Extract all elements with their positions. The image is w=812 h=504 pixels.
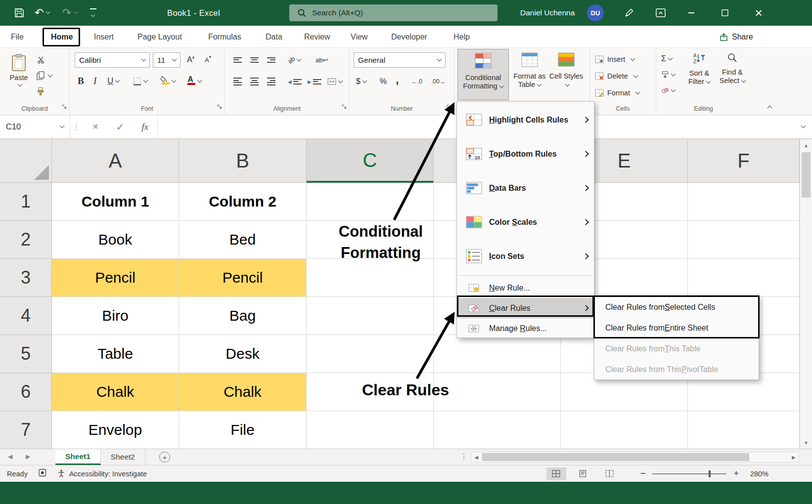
customize-quick-access-button[interactable] <box>90 8 96 19</box>
align-left-button[interactable] <box>231 74 244 89</box>
dialog-launcher-icon[interactable] <box>342 102 347 111</box>
zoom-slider-thumb[interactable] <box>709 470 711 477</box>
font-name-select[interactable]: Calibri <box>75 52 150 68</box>
font-size-select[interactable]: 11 <box>153 52 180 68</box>
menu-item-highlight-cells-rules[interactable]: Highlight Cells Rules <box>457 103 594 137</box>
cell-A5[interactable]: Table <box>52 335 179 373</box>
cell-D7[interactable] <box>434 411 561 449</box>
menu-item-top-bottom-rules[interactable]: 10Top/Bottom Rules <box>457 137 594 171</box>
cell-styles-button[interactable]: Cell Styles <box>548 49 584 100</box>
tab-help[interactable]: Help <box>453 26 470 48</box>
cell-B5[interactable]: Desk <box>179 335 307 373</box>
align-center-button[interactable] <box>248 74 261 89</box>
macro-record-button[interactable] <box>39 469 46 478</box>
conditional-formatting-button[interactable]: Conditional Formatting <box>457 49 509 100</box>
number-format-select[interactable]: General <box>354 52 446 68</box>
menu-item-color-scales[interactable]: Color Scales <box>457 205 594 239</box>
avatar[interactable]: DU <box>587 0 604 26</box>
cell-C1[interactable] <box>307 183 434 221</box>
zoom-in-button[interactable]: + <box>733 468 739 479</box>
row-header-5[interactable]: 5 <box>0 335 52 373</box>
accessibility-status-button[interactable]: Accessibility: Investigate <box>57 469 147 478</box>
decrease-decimal-button[interactable]: .00→ <box>429 74 448 89</box>
new-sheet-button[interactable]: + <box>159 452 170 462</box>
cell-C5[interactable] <box>307 335 434 373</box>
row-header-1[interactable]: 1 <box>0 183 52 221</box>
cell-B4[interactable]: Bag <box>179 297 307 335</box>
copy-button[interactable] <box>37 69 57 83</box>
scroll-right-icon[interactable]: ▶ <box>789 455 799 460</box>
orientation-button[interactable]: ab <box>285 52 303 68</box>
sheet-tab-sheet1[interactable]: Sheet1 <box>55 449 101 465</box>
horizontal-scroll-track[interactable] <box>481 452 789 462</box>
select-all-corner[interactable] <box>0 139 52 183</box>
tab-formulas[interactable]: Formulas <box>208 26 241 48</box>
maximize-button[interactable] <box>714 0 736 26</box>
ink-pen-button[interactable] <box>624 0 634 26</box>
cell-F1[interactable] <box>688 183 800 221</box>
dialog-launcher-icon[interactable] <box>62 102 67 111</box>
tab-home[interactable]: Home <box>51 26 73 48</box>
share-button[interactable]: Share <box>720 26 753 48</box>
percent-style-button[interactable]: % <box>377 74 389 89</box>
cell-A3[interactable]: Pencil <box>52 259 179 297</box>
menu-item-manage-rules[interactable]: Manage Rules... <box>457 318 594 338</box>
borders-button[interactable] <box>130 73 150 89</box>
save-button[interactable] <box>14 0 25 26</box>
italic-button[interactable]: I <box>90 73 99 89</box>
redo-button[interactable]: ↷ <box>62 0 77 26</box>
row-header-3[interactable]: 3 <box>0 259 52 297</box>
increase-decimal-button[interactable]: ←.0 <box>409 74 425 89</box>
dialog-launcher-icon[interactable] <box>217 102 222 111</box>
enter-entry-button[interactable]: ✓ <box>108 115 133 138</box>
bold-button[interactable]: B <box>75 73 87 89</box>
cancel-entry-button[interactable]: × <box>83 115 108 138</box>
cell-A4[interactable]: Biro <box>52 297 179 335</box>
zoom-slider[interactable] <box>652 473 726 474</box>
close-button[interactable]: × <box>747 0 770 26</box>
tab-file[interactable]: File <box>11 26 24 48</box>
menu-item-clear-rules[interactable]: Clear Rules <box>457 298 594 318</box>
cell-C3[interactable] <box>307 259 434 297</box>
cell-B3[interactable]: Pencil <box>179 259 307 297</box>
format-cells-button[interactable]: Format <box>595 85 639 100</box>
sort-filter-button[interactable]: AZ Sort & Filter <box>683 49 716 100</box>
scroll-up-icon[interactable]: ▴ <box>800 142 812 149</box>
column-header-C[interactable]: C <box>307 139 434 183</box>
row-header-6[interactable]: 6 <box>0 373 52 411</box>
delete-cells-button[interactable]: Delete <box>595 69 637 84</box>
search-box[interactable]: Search (Alt+Q) <box>289 4 497 21</box>
find-select-button[interactable]: Find & Select <box>717 49 748 100</box>
sheet-nav-right-icon[interactable]: ▶ <box>26 453 30 460</box>
align-bottom-button[interactable] <box>265 52 278 68</box>
format-painter-button[interactable] <box>37 84 57 98</box>
comma-style-button[interactable]: , <box>393 72 402 87</box>
sheet-nav-left-icon[interactable]: ◀ <box>8 453 12 460</box>
increase-font-button[interactable]: A▴ <box>184 52 197 68</box>
row-header-2[interactable]: 2 <box>0 221 52 259</box>
name-box-resizer[interactable]: ⋮ <box>70 123 83 131</box>
menu-item-data-bars[interactable]: Data Bars <box>457 171 594 205</box>
align-right-button[interactable] <box>265 74 278 89</box>
column-header-B[interactable]: B <box>179 139 307 183</box>
ribbon-display-options-button[interactable] <box>656 0 666 26</box>
underline-button[interactable]: U <box>104 73 122 89</box>
tab-review[interactable]: Review <box>304 26 330 48</box>
cell-C4[interactable] <box>307 297 434 335</box>
cell-B6[interactable]: Chalk <box>179 373 307 411</box>
name-box[interactable]: C10 <box>0 115 70 138</box>
cell-B7[interactable]: File <box>179 411 307 449</box>
row-header-4[interactable]: 4 <box>0 297 52 335</box>
clear-button[interactable] <box>661 84 675 97</box>
insert-function-button[interactable]: fx <box>133 115 157 138</box>
cell-B1[interactable]: Column 2 <box>179 183 307 221</box>
page-layout-view-button[interactable] <box>573 467 593 480</box>
column-header-F[interactable]: F <box>688 139 800 183</box>
scroll-left-icon[interactable]: ◀ <box>471 455 481 460</box>
sheet-tab-sheet2[interactable]: Sheet2 <box>101 449 145 465</box>
tab-data[interactable]: Data <box>266 26 282 48</box>
autosum-button[interactable]: Σ <box>661 52 672 66</box>
normal-view-button[interactable] <box>546 467 566 480</box>
cell-A2[interactable]: Book <box>52 221 179 259</box>
horizontal-scroll-thumb[interactable] <box>482 453 749 461</box>
